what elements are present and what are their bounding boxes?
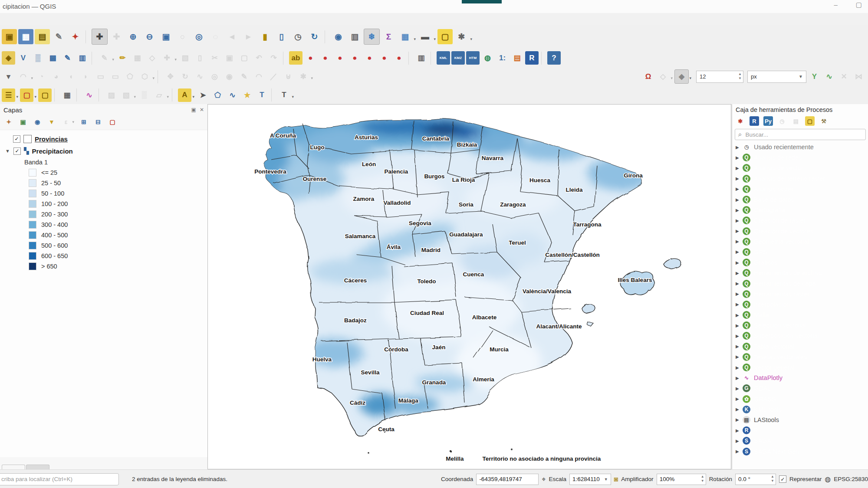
- stream-digitize-icon[interactable]: ✕: [837, 70, 851, 83]
- history-icon[interactable]: ◷: [777, 116, 787, 126]
- menu-malla[interactable]: [114, 18, 124, 20]
- auto-label-icon[interactable]: A: [178, 88, 191, 102]
- panel-dock-icon[interactable]: ▣: [191, 107, 196, 113]
- toolbox-item-saga-next-gen[interactable]: ▶ S SAGA Next Gen: [732, 446, 868, 456]
- digitize-rectangle-icon[interactable]: ▭: [94, 70, 107, 83]
- reshape-icon[interactable]: ✎: [237, 70, 251, 83]
- orange-page-icon[interactable]: ▤: [510, 51, 524, 65]
- simplify-feature-icon[interactable]: ∿: [193, 70, 207, 83]
- add-database-layer-icon[interactable]: ▥: [76, 51, 89, 65]
- menu-complementos[interactable]: [57, 18, 68, 20]
- toolbox-item-usado-recientemente[interactable]: ▶ ◷ Usado recientemente: [732, 142, 868, 152]
- measure-icon[interactable]: ▬: [418, 29, 433, 44]
- menu-editar[interactable]: [12, 18, 23, 20]
- toolbox-item-gdal[interactable]: ▶ G GDAL: [732, 383, 868, 393]
- toolbox-item-graficos[interactable]: ▶ Q Gráficos: [732, 257, 868, 268]
- dataplotly-icon[interactable]: ∿: [82, 88, 96, 102]
- label-highlight-icon[interactable]: ●: [333, 51, 347, 65]
- toolbox-item-analisis-de-vector[interactable]: ▶ Q Análisis de vector: [732, 163, 868, 173]
- add-polygon-annotation-icon[interactable]: ⬠: [211, 88, 224, 102]
- menu-configuracion[interactable]: [46, 18, 56, 20]
- label-properties-icon[interactable]: ●: [392, 51, 406, 65]
- zoom-in-icon[interactable]: ⊕: [125, 29, 141, 44]
- style-manager-icon[interactable]: ✦: [68, 29, 83, 44]
- show-bookmarks-icon[interactable]: ▯: [274, 29, 289, 44]
- add-group-icon[interactable]: ▣: [18, 117, 28, 127]
- label-select-icon[interactable]: ➤: [196, 88, 210, 102]
- crs-globe-icon[interactable]: ◍: [825, 475, 831, 483]
- move-feature-icon[interactable]: ✥: [164, 70, 177, 83]
- text-balloon-icon[interactable]: T: [277, 88, 291, 102]
- pan-map-icon[interactable]: ✚: [92, 29, 108, 45]
- toolbox-item-creacion-de-vectores[interactable]: ▶ Q Creación de vectores: [732, 226, 868, 236]
- toolbox-item-herramientas-raster[interactable]: ▶ Q Herramientas ráster: [732, 289, 868, 299]
- expand-arrow-icon[interactable]: ▶: [736, 291, 739, 296]
- modify-attributes-icon[interactable]: ▧: [178, 51, 192, 65]
- undo-icon[interactable]: ↶: [252, 51, 266, 65]
- avoid-intersections-icon[interactable]: ⋈: [852, 70, 865, 83]
- processing-toolbox-icon[interactable]: ❄: [364, 29, 380, 45]
- menu-raster[interactable]: [80, 18, 90, 20]
- layer-checkbox[interactable]: ✓: [13, 147, 21, 155]
- raster-local-stretch-icon[interactable]: ▒: [138, 88, 151, 102]
- expand-arrow-icon[interactable]: ▶: [736, 260, 739, 265]
- edit-in-place-icon[interactable]: ▢: [805, 116, 815, 126]
- label-move-icon[interactable]: ●: [363, 51, 376, 65]
- toolbox-item-cartografia[interactable]: ▶ Q Cartografía: [732, 205, 868, 215]
- rotate-feature-icon[interactable]: ↻: [178, 70, 192, 83]
- expand-arrow-icon[interactable]: ▶: [736, 344, 739, 349]
- split-features-icon[interactable]: ／: [267, 70, 280, 83]
- remove-layer-group-icon[interactable]: ▢: [20, 88, 33, 102]
- redo-icon[interactable]: ↷: [267, 51, 280, 65]
- zoom-native-icon[interactable]: ◌: [208, 29, 223, 44]
- manage-map-themes-icon[interactable]: ◉: [32, 117, 43, 127]
- crs-value[interactable]: EPSG:25830: [834, 476, 868, 482]
- spinner-arrows-icon[interactable]: ▲▼: [771, 475, 774, 483]
- menu-proyecto[interactable]: [1, 18, 11, 20]
- filter-by-expression-icon[interactable]: ε: [61, 117, 71, 127]
- locator-options-icon[interactable]: ✱: [454, 29, 469, 44]
- toolbox-item-geometria-vectorial[interactable]: ▶ Q Geometría vectorial: [732, 236, 868, 247]
- label-rotate-icon[interactable]: ●: [378, 51, 391, 65]
- snapping-type-icon[interactable]: ◆: [674, 69, 689, 84]
- menu-base-de-datos[interactable]: [91, 18, 102, 20]
- tab-capas[interactable]: [2, 465, 25, 469]
- toolbox-item-analisis-raster[interactable]: ▶ Q Análisis ráster: [732, 184, 868, 194]
- digitize-circle-center-icon[interactable]: ◕: [49, 70, 63, 83]
- map-canvas[interactable]: A CoruñaAsturiasCantabriaBizkaiaLugoNava…: [207, 104, 731, 469]
- tab-navegador[interactable]: [26, 465, 49, 469]
- locator-input[interactable]: criba para localizar (Ctrl+K): [0, 473, 119, 485]
- html-badge-icon[interactable]: HTM: [466, 51, 480, 65]
- expand-arrow-icon[interactable]: ▶: [736, 334, 739, 338]
- add-marker-annotation-icon[interactable]: ★: [240, 88, 254, 102]
- open-project-icon[interactable]: ▣: [2, 29, 17, 44]
- magnifier-spinner[interactable]: 100%▲▼: [657, 474, 706, 485]
- new-bookmark-icon[interactable]: ▮: [257, 29, 273, 44]
- collapse-expander-icon[interactable]: ▼: [5, 148, 10, 154]
- statistical-summary-icon[interactable]: Σ: [381, 29, 396, 44]
- zoom-to-selection-icon[interactable]: ○: [175, 29, 190, 44]
- toolbox-search-input[interactable]: ⌕ Buscar...: [735, 129, 866, 140]
- temporal-controller-icon[interactable]: ◷: [290, 29, 306, 44]
- toolbox-item-r[interactable]: ▶ R R: [732, 425, 868, 436]
- vertex-tool-icon[interactable]: ✱: [296, 70, 310, 83]
- scale-plugin-icon[interactable]: 1:: [496, 51, 509, 65]
- merge-features-icon[interactable]: ⊎: [282, 70, 295, 83]
- attribute-table-icon[interactable]: ▦: [398, 29, 413, 44]
- snapping-unit-combo[interactable]: px▼: [747, 71, 806, 83]
- refresh-map-icon[interactable]: ↻: [307, 29, 322, 44]
- toolbox-item-dataplotly[interactable]: ▶ ∿ DataPlotly: [732, 373, 868, 383]
- layer-checkbox[interactable]: ✓: [13, 135, 20, 143]
- toolbox-item-teselas-vectoriales[interactable]: ▶ Q Teselas vectoriales: [732, 352, 868, 362]
- expand-arrow-icon[interactable]: ▶: [736, 281, 739, 286]
- paste-features-icon[interactable]: ▢: [237, 51, 251, 65]
- expand-arrow-icon[interactable]: ▶: [736, 187, 739, 191]
- menu-vectorial[interactable]: [69, 18, 79, 20]
- mouse-tracking-icon[interactable]: ⌖: [542, 475, 546, 483]
- spinner-arrows-icon[interactable]: ▲▼: [738, 72, 742, 81]
- toolbox-item-lastools[interactable]: ▶ ▤ LAStools: [732, 415, 868, 425]
- expand-arrow-icon[interactable]: ▶: [736, 365, 739, 370]
- toolbox-item-gps[interactable]: ▶ Q GPS: [732, 247, 868, 257]
- offset-curve-icon[interactable]: ◠: [252, 70, 266, 83]
- expand-arrow-icon[interactable]: ▶: [736, 229, 739, 233]
